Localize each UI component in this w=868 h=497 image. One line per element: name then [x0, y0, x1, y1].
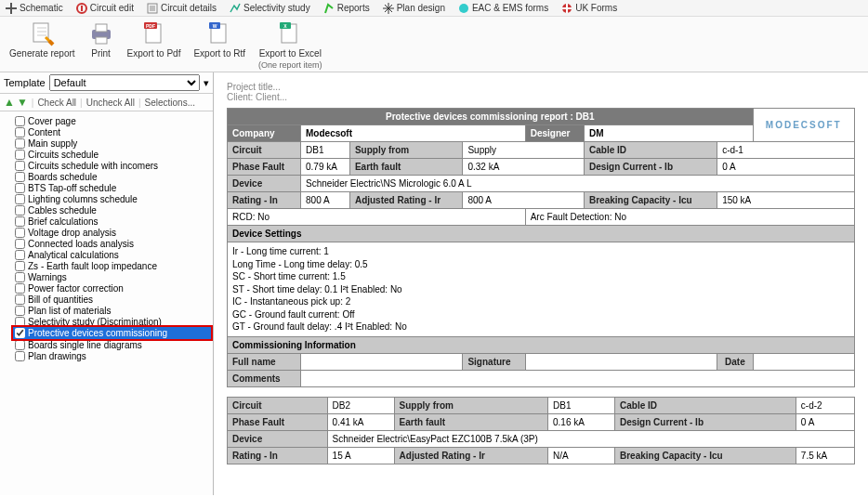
template-select[interactable]: Default	[49, 74, 200, 91]
tree-item-label: Connected loads analysis	[28, 239, 134, 249]
printer-icon	[88, 20, 114, 46]
tree-checkbox[interactable]	[15, 127, 25, 137]
tab-plan-design[interactable]: Plan design	[383, 3, 445, 14]
tree-item-label: Power factor correction	[28, 283, 124, 294]
svg-rect-3	[81, 6, 83, 11]
supply-from-label: Supply from	[349, 142, 463, 159]
designer-value: DM	[584, 125, 753, 142]
tab-selectivity-study[interactable]: Selectivity study	[230, 3, 310, 14]
tree-checkbox[interactable]	[15, 216, 25, 227]
ribbon: Generate report Print PDF Export to Pdf …	[0, 17, 868, 72]
tree-item-label: Brief calculations	[28, 216, 99, 227]
tree-item[interactable]: Circuits schedule	[13, 149, 211, 160]
tab-circuit-details[interactable]: Circuit details	[147, 3, 217, 14]
tree-item[interactable]: Plan list of materials	[13, 305, 211, 316]
circuit-value: DB2	[327, 397, 394, 413]
tree-item[interactable]: Cover page	[13, 115, 211, 126]
full-name-label: Full name	[228, 353, 301, 370]
supply-from-value: Supply	[463, 142, 585, 159]
tab-reports[interactable]: Reports	[323, 3, 370, 14]
tree-checkbox[interactable]	[15, 116, 25, 126]
company-label: Company	[228, 125, 301, 142]
tree-checkbox[interactable]	[15, 150, 25, 160]
tree-item-label: Cables schedule	[28, 205, 97, 216]
tree-checkbox[interactable]	[15, 317, 25, 327]
tree-checkbox[interactable]	[15, 340, 25, 350]
sidebar: Template Default ▾ ▲▼ | Check All | Unch…	[0, 72, 214, 495]
tree-item[interactable]: Content	[13, 126, 211, 137]
client-line: Client: Client...	[227, 92, 855, 102]
tree-item[interactable]: Cables schedule	[13, 204, 211, 216]
tab-circuit-edit[interactable]: Circuit edit	[76, 3, 134, 14]
tab-eac-ems[interactable]: EAC & EMS forms	[458, 3, 548, 14]
arrow-down-icon[interactable]: ▼	[17, 96, 28, 109]
tree-item[interactable]: Zs - Earth fault loop impedance	[13, 260, 211, 271]
tree-checkbox[interactable]	[15, 351, 25, 361]
phase-fault-label: Phase Fault	[228, 413, 328, 430]
adjusted-rating-value: N/A	[548, 447, 615, 464]
tree-checkbox[interactable]	[15, 283, 25, 294]
tree-checkbox[interactable]	[15, 138, 25, 149]
tree-item[interactable]: Selectivity study (Discrimination)	[13, 316, 211, 327]
tree-item[interactable]: Lighting columns schedule	[13, 193, 211, 204]
check-controls: ▲▼ | Check All | Uncheck All | Selection…	[0, 94, 213, 111]
export-excel-button[interactable]: X Export to Excel (One report item)	[258, 20, 322, 70]
tree-item[interactable]: Circuits schedule with incomers	[13, 160, 211, 171]
design-current-value: 0 A	[717, 159, 855, 176]
svg-rect-12	[96, 24, 107, 32]
tree-item[interactable]: Bill of quantities	[13, 294, 211, 305]
tree-item[interactable]: Boards schedule	[13, 171, 211, 182]
tree-checkbox[interactable]	[15, 183, 25, 193]
uncheck-all-button[interactable]: Uncheck All	[86, 98, 135, 108]
tree-item[interactable]: Warnings	[13, 271, 211, 282]
signature-value	[525, 353, 717, 370]
tree-item[interactable]: BTS Tap-off schedule	[13, 182, 211, 193]
tree-item[interactable]: Brief calculations	[13, 216, 211, 227]
report-icon	[29, 20, 55, 46]
tree-checkbox[interactable]	[15, 294, 25, 305]
tree-checkbox[interactable]	[15, 228, 25, 238]
check-all-button[interactable]: Check All	[37, 98, 76, 108]
tree-checkbox[interactable]	[15, 205, 25, 216]
tree-item[interactable]: Main supply	[13, 137, 211, 149]
tree-item[interactable]: Connected loads analysis	[13, 238, 211, 249]
project-title: Project title...	[227, 82, 855, 92]
tree-item-label: Bill of quantities	[28, 294, 93, 305]
tree-checkbox[interactable]	[15, 250, 25, 260]
export-rtf-button[interactable]: W Export to Rtf	[193, 20, 245, 59]
generate-report-button[interactable]: Generate report	[9, 20, 75, 59]
print-button[interactable]: Print	[88, 20, 114, 59]
export-pdf-button[interactable]: PDF Export to Pdf	[127, 20, 181, 59]
tree-checkbox[interactable]	[15, 328, 25, 338]
earth-fault-value: 0.16 kA	[548, 413, 615, 430]
tree-item[interactable]: Power factor correction	[13, 282, 211, 294]
tree-item[interactable]: Voltage drop analysis	[13, 227, 211, 238]
tree-checkbox[interactable]	[15, 239, 25, 249]
earth-fault-label: Earth fault	[394, 413, 547, 430]
tree-checkbox[interactable]	[15, 261, 25, 271]
report-title: Protective devices commissioning report …	[228, 109, 754, 125]
circuit-label: Circuit	[228, 142, 301, 159]
tree-item[interactable]: Plan drawings	[13, 350, 211, 361]
tree-checkbox[interactable]	[15, 194, 25, 204]
tree-checkbox[interactable]	[15, 172, 25, 182]
tree-checkbox[interactable]	[15, 161, 25, 171]
tree-checkbox[interactable]	[15, 272, 25, 282]
report-tree: Cover pageContentMain supplyCircuits sch…	[0, 111, 213, 495]
template-row: Template Default ▾	[0, 72, 213, 94]
tab-uk-forms[interactable]: UK Forms	[561, 3, 617, 14]
rating-in-label: Rating - In	[228, 192, 301, 209]
selections-button[interactable]: Selections...	[145, 98, 195, 108]
tree-item-label: Main supply	[28, 138, 77, 149]
pdf-icon: PDF	[141, 20, 167, 46]
arrow-up-icon[interactable]: ▲	[4, 96, 15, 109]
tree-item[interactable]: Protective devices commissioning	[13, 327, 211, 339]
tree-item[interactable]: Analytical calculations	[13, 249, 211, 260]
phase-fault-value: 0.41 kA	[327, 413, 394, 430]
tab-schematic[interactable]: Schematic	[6, 3, 63, 14]
commissioning-info-header: Commissioning Information	[228, 336, 855, 353]
tree-item[interactable]: Boards single line diagrams	[13, 339, 211, 350]
template-menu-icon[interactable]: ▾	[204, 77, 209, 89]
tree-checkbox[interactable]	[15, 306, 25, 316]
rating-in-value: 800 A	[301, 192, 350, 209]
